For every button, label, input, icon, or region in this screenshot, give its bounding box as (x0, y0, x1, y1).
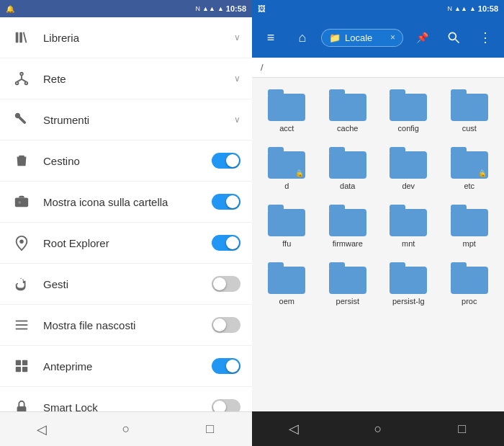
folder-icon-proc (451, 262, 488, 294)
menu-item-anteprime[interactable]: Anteprime (0, 346, 252, 387)
wifi-icon: ▲ (217, 5, 224, 12)
folder-icon-mpt (451, 205, 488, 236)
anteprime-label: Anteprime (43, 360, 200, 373)
folder-item-d[interactable]: 🔒d (258, 141, 316, 196)
folder-icon-mnt (390, 205, 427, 236)
folder-item-oem[interactable]: oem (258, 257, 316, 311)
left-recents-button[interactable]: □ (196, 415, 225, 444)
menu-item-smart-lock[interactable]: Smart Lock (0, 387, 252, 411)
right-nav-bar: ◁ ○ □ (252, 411, 504, 446)
folder-item-firmware[interactable]: firmware (319, 199, 377, 254)
mostra-icona-label: Mostra icona sulla cartella (43, 196, 200, 208)
folder-icon-cust (451, 89, 488, 121)
right-recents-button[interactable]: □ (448, 414, 477, 443)
svg-rect-11 (22, 204, 25, 205)
folder-label-mnt: mnt (402, 239, 415, 248)
folder-chip-icon: 📁 (329, 32, 341, 43)
menu-item-libreria[interactable]: Libreria ∨ (0, 17, 252, 58)
root-explorer-icon (12, 233, 32, 253)
file-grid: acctcacheconfigcust🔒ddatadev🔒etcffufirmw… (252, 78, 504, 411)
rete-label: Rete (43, 73, 222, 85)
mostra-file-icon (12, 315, 32, 335)
menu-item-rete[interactable]: Rete ∨ (0, 58, 252, 99)
menu-item-cestino[interactable]: Cestino (0, 141, 252, 182)
toolbar: ≡ ⌂ 📁 Locale × 📌 ⋮ (252, 17, 504, 58)
svg-point-12 (19, 239, 24, 244)
anteprime-toggle[interactable] (212, 358, 240, 374)
folder-item-ffu[interactable]: ffu (258, 199, 316, 254)
menu-item-strumenti[interactable]: Strumenti ∨ (0, 99, 252, 141)
svg-point-4 (25, 82, 28, 85)
location-chip[interactable]: 📁 Locale × (321, 29, 403, 47)
svg-rect-8 (15, 198, 28, 208)
folder-label-config: config (398, 124, 419, 133)
strumenti-label: Strumenti (43, 114, 222, 126)
menu-button[interactable]: ≡ (258, 24, 284, 50)
folder-label-ffu: ffu (282, 239, 291, 248)
mostra-icona-toggle[interactable] (212, 194, 240, 210)
folder-label-etc: etc (464, 182, 474, 190)
menu-item-mostra-file[interactable]: Mostra file nascosti (0, 305, 252, 346)
svg-point-21 (449, 32, 456, 40)
root-explorer-toggle[interactable] (212, 235, 240, 251)
left-back-button[interactable]: ◁ (27, 415, 56, 444)
svg-line-22 (456, 40, 459, 43)
folder-label-mpt: mpt (463, 239, 476, 248)
search-button[interactable] (441, 24, 467, 50)
right-back-button[interactable]: ◁ (279, 414, 308, 443)
folder-icon-etc: 🔒 (451, 147, 488, 179)
folder-label-cust: cust (462, 124, 477, 133)
smart-lock-toggle[interactable] (212, 399, 240, 411)
right-status-left: 🖼 (258, 4, 266, 13)
folder-item-data[interactable]: data (319, 141, 377, 196)
left-home-button[interactable]: ○ (112, 415, 140, 444)
folder-item-mpt[interactable]: mpt (441, 199, 499, 254)
right-home-button[interactable]: ○ (364, 414, 392, 443)
smart-lock-label: Smart Lock (43, 401, 200, 412)
more-button[interactable]: ⋮ (472, 24, 498, 50)
path-text: / (261, 62, 264, 73)
folder-item-etc[interactable]: 🔒etc (441, 141, 499, 196)
libreria-icon (12, 27, 32, 48)
folder-item-dev[interactable]: dev (379, 141, 438, 196)
folder-item-cache[interactable]: cache (319, 84, 377, 138)
folder-item-cust[interactable]: cust (441, 84, 499, 138)
folder-label-d: d (284, 182, 289, 190)
svg-point-2 (20, 73, 23, 76)
folder-label-firmware: firmware (333, 239, 363, 248)
location-label: Locale (345, 32, 372, 43)
folder-icon-dev (390, 147, 427, 179)
menu-item-gesti[interactable]: Gesti (0, 264, 252, 305)
right-photo-icon: 🖼 (258, 4, 266, 13)
menu-item-root-explorer[interactable]: Root Explorer (0, 223, 252, 264)
folder-icon-ffu (268, 205, 305, 236)
svg-point-9 (18, 201, 21, 204)
status-bar-left: 🔔 N ▲▲ ▲ 10:58 (0, 0, 252, 17)
right-wifi-icon: ▲ (469, 5, 476, 12)
folder-item-acct[interactable]: acct (258, 84, 316, 138)
menu-item-mostra-icona[interactable]: Mostra icona sulla cartella (0, 182, 252, 223)
folder-item-persist-lg[interactable]: persist-lg (379, 257, 438, 311)
folder-item-persist[interactable]: persist (319, 257, 377, 311)
folder-item-mnt[interactable]: mnt (379, 199, 438, 254)
mostra-icona-icon (12, 192, 32, 212)
chip-close-button[interactable]: × (390, 32, 395, 43)
root-explorer-label: Root Explorer (43, 237, 200, 249)
pin-button[interactable]: 📌 (409, 24, 435, 50)
home-icon: ⌂ (299, 30, 307, 45)
cestino-toggle[interactable] (212, 153, 240, 169)
right-time: 10:58 (478, 4, 498, 13)
svg-rect-10 (22, 202, 26, 203)
gesti-toggle[interactable] (212, 276, 240, 292)
folder-item-proc[interactable]: proc (441, 257, 499, 311)
anteprime-icon (12, 356, 32, 376)
home-button[interactable]: ⌂ (289, 24, 315, 50)
folder-icon-oem (268, 262, 305, 294)
svg-rect-1 (19, 32, 22, 43)
folder-item-config[interactable]: config (379, 84, 438, 138)
status-bar-right: 🖼 N ▲▲ ▲ 10:58 (252, 0, 504, 17)
folder-icon-persist-lg (390, 262, 427, 294)
svg-point-3 (16, 82, 19, 85)
mostra-file-toggle[interactable] (212, 317, 240, 333)
folder-label-dev: dev (402, 182, 415, 190)
